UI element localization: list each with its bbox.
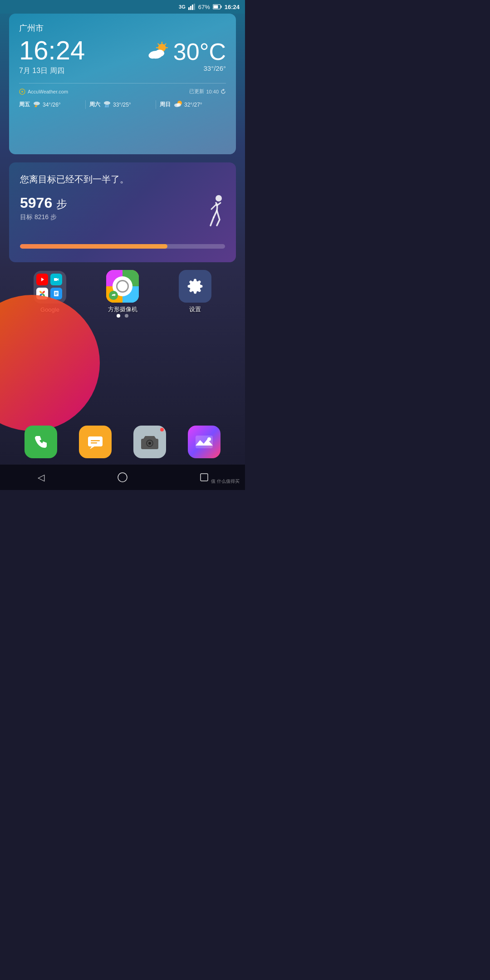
svg-line-13 — [165, 44, 166, 45]
gallery-icon — [188, 426, 220, 458]
app-square-camera[interactable]: 方形摄像机 — [106, 270, 139, 314]
dock-phone[interactable] — [24, 426, 57, 458]
forecast-day-2: 周日 — [160, 101, 171, 108]
dock-messages[interactable] — [79, 426, 112, 458]
forecast-day-1: 周六 — [89, 101, 100, 108]
svg-rect-1 — [190, 6, 191, 10]
forecast-item-0: 周五 34°/26° — [19, 100, 85, 109]
forecast-temp-0: 34°/26° — [43, 102, 61, 108]
steps-goal: 目标 8216 步 — [20, 213, 67, 221]
svg-rect-5 — [220, 6, 221, 8]
weather-date: 7月 13日 周四 — [19, 66, 85, 76]
svg-point-42 — [118, 473, 127, 482]
square-camera-label: 方形摄像机 — [108, 305, 137, 314]
forecast-day-0: 周五 — [19, 101, 30, 108]
svg-rect-29 — [54, 278, 57, 281]
meet-sub-icon — [50, 274, 62, 285]
svg-point-39 — [148, 442, 151, 445]
clock: 16:24 — [225, 4, 240, 10]
dock — [0, 421, 245, 463]
svg-point-19 — [34, 102, 40, 105]
forecast-temp-1: 33°/25° — [113, 102, 131, 108]
accuweather-logo: AccuWeather.com — [19, 88, 68, 95]
forecast-temp-2: 32°/27° — [184, 102, 202, 108]
svg-rect-3 — [194, 4, 195, 10]
forecast-item-1: 周六 33°/25° — [85, 100, 156, 109]
svg-line-21 — [105, 105, 106, 107]
svg-point-27 — [216, 195, 222, 201]
svg-rect-35 — [91, 440, 100, 441]
forecast-row: 周五 34°/26° 周六 33°/25° 周日 32°/27° — [19, 100, 226, 109]
battery-icon — [213, 4, 222, 10]
svg-rect-34 — [88, 436, 103, 446]
watermark: 值 什么值得买 — [211, 478, 240, 485]
steps-motivation: 您离目标已经不到一半了。 — [20, 173, 225, 186]
weather-temp-range: 33°/26° — [203, 64, 226, 72]
nav-home[interactable] — [111, 466, 134, 489]
page-dot-2 — [125, 314, 128, 318]
walk-icon — [207, 195, 225, 230]
svg-line-23 — [108, 105, 108, 107]
svg-rect-40 — [196, 436, 213, 448]
battery-percent: 67% — [198, 4, 210, 10]
app-settings[interactable]: 设置 — [179, 270, 211, 314]
forecast-item-2: 周日 32°/27° — [156, 100, 226, 109]
svg-rect-6 — [213, 5, 218, 9]
svg-line-22 — [107, 105, 107, 107]
svg-point-26 — [176, 103, 181, 107]
nav-recent[interactable] — [193, 466, 216, 489]
settings-icon — [179, 270, 211, 303]
steps-progress-bar — [20, 244, 225, 249]
status-bar: 3G 67% 16:24 — [0, 0, 245, 14]
nav-back[interactable]: ◁ — [29, 466, 52, 489]
weather-icon — [147, 41, 171, 62]
docs-sub-icon — [50, 288, 62, 299]
steps-count: 5976 步 — [20, 195, 67, 211]
forecast-icon-0 — [33, 101, 41, 108]
weather-city: 广州市 — [19, 23, 226, 34]
square-camera-icon — [106, 270, 139, 303]
steps-widget[interactable]: 您离目标已经不到一半了。 5976 步 目标 8216 步 — [9, 162, 236, 262]
weather-time: 16:24 — [19, 37, 85, 64]
svg-point-20 — [104, 101, 110, 105]
dock-camera[interactable] — [133, 426, 166, 458]
svg-rect-36 — [91, 442, 97, 444]
page-dot-1 — [117, 314, 120, 318]
forecast-icon-2 — [173, 100, 182, 109]
svg-marker-28 — [41, 278, 44, 281]
weather-updated: 已更新 10:40 — [189, 88, 226, 95]
messages-icon — [79, 426, 112, 458]
signal-icon — [188, 4, 196, 10]
weather-temp: 30°C — [173, 40, 226, 64]
camera-icon — [133, 426, 166, 458]
svg-rect-43 — [201, 474, 208, 481]
nav-bar: ◁ — [0, 465, 245, 490]
youtube-sub-icon — [36, 274, 48, 285]
svg-point-41 — [207, 437, 211, 441]
dock-gallery[interactable] — [188, 426, 220, 458]
weather-widget[interactable]: 广州市 16:24 7月 13日 周四 — [9, 14, 236, 154]
network-type: 3G — [179, 4, 186, 10]
phone-icon — [24, 426, 57, 458]
forecast-icon-1 — [103, 100, 111, 109]
steps-progress-fill — [20, 244, 167, 249]
svg-line-12 — [158, 44, 159, 45]
svg-rect-2 — [192, 5, 193, 10]
svg-point-16 — [148, 52, 156, 59]
svg-point-18 — [21, 91, 23, 93]
settings-label: 设置 — [189, 305, 201, 314]
svg-rect-0 — [188, 7, 190, 10]
